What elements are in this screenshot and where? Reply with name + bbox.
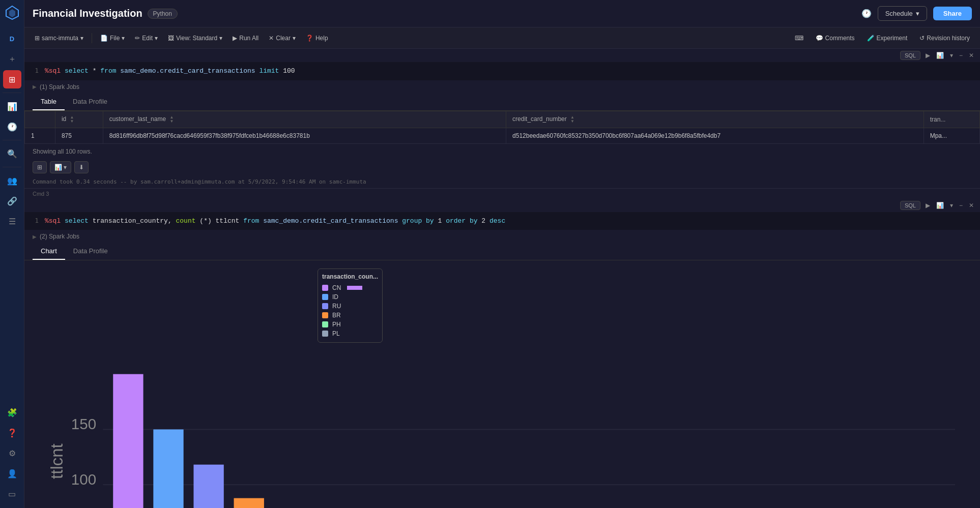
sidebar-item-puzzle[interactable]: 🧩 (3, 403, 21, 422)
edit-icon: ✏ (135, 35, 140, 42)
bar-BR (234, 498, 264, 508)
cell-1-showing-rows: Showing all 100 rows. (24, 144, 980, 159)
toolbar-comments[interactable]: 💬 Comments (812, 33, 859, 44)
spark-jobs-2-label: (2) Spark Jobs (40, 233, 79, 240)
cell-1-cmd-info: Command took 0.34 seconds -- by sam.carr… (24, 175, 980, 188)
sidebar-item-grid[interactable]: ⊞ (3, 70, 21, 88)
sidebar-item-network[interactable]: 🔗 (3, 192, 21, 210)
sidebar-item-settings[interactable]: ⚙ (3, 444, 21, 462)
toolbar-file[interactable]: 📄 File ▾ (96, 33, 129, 44)
toolbar-clear[interactable]: ✕ Clear ▾ (265, 33, 300, 44)
legend-color-cn (322, 285, 328, 291)
tab-cell1-table[interactable]: Table (33, 94, 65, 110)
tab-cell2-chart[interactable]: Chart (33, 243, 65, 260)
toolbar-right-actions: ⌨ 💬 Comments 🧪 Experiment ↺ Revision his… (791, 33, 974, 44)
sidebar-item-search[interactable]: 🔍 (3, 144, 21, 163)
chart-legend-popup: transaction_coun... CN ID RU (318, 268, 383, 343)
code-select: select (65, 67, 89, 75)
sidebar-item-list[interactable]: ☰ (3, 212, 21, 230)
toolbar-revision-history[interactable]: ↺ Revision history (915, 33, 974, 44)
clear-chevron-icon: ▾ (293, 35, 296, 42)
cell-2-close-btn[interactable]: ✕ (967, 201, 976, 210)
toolbar-workspace[interactable]: ⊞ samc-immuta ▾ (31, 33, 88, 44)
tab-cell1-data-profile[interactable]: Data Profile (65, 94, 116, 110)
cell-1-chart-btn[interactable]: 📊 (934, 51, 946, 60)
legend-label-br: BR (332, 312, 341, 319)
sidebar-item-user[interactable]: 👤 (3, 464, 21, 483)
share-button[interactable]: Share (933, 7, 972, 20)
table-row: 1 875 8d816ff96db8f75d98f76cacd646959f37… (25, 128, 980, 143)
cell-1-code[interactable]: %sql select * from samc_demo.credit_card… (45, 66, 980, 76)
toolbar-run-all[interactable]: ▶ Run All (228, 33, 263, 44)
col-header-credit-card-number[interactable]: credit_card_number ▲▼ (506, 111, 924, 128)
cell-2-header: SQL ▶ 📊 ▾ − ✕ (24, 199, 980, 212)
toolbar-view[interactable]: 🖼 View: Standard ▾ (164, 33, 226, 44)
legend-item-ph: PH (322, 320, 378, 329)
cell-2-chart-btn[interactable]: 📊 (934, 201, 946, 210)
cell-credit-card-number: d512beedae60760fc85327b350d700bc6f807aa6… (506, 128, 924, 143)
bar-RU (193, 465, 223, 508)
col-header-id[interactable]: id ▲▼ (55, 111, 103, 128)
code2-desc: desc (489, 217, 505, 225)
sidebar-item-panel[interactable]: ▭ (3, 485, 21, 503)
share-label: Share (943, 10, 962, 17)
cell-1-run-btn[interactable]: ▶ (924, 51, 932, 60)
sidebar-item-users[interactable]: 👥 (3, 171, 21, 190)
sidebar-item-help[interactable]: ❓ (3, 424, 21, 442)
legend-label-ph: PH (332, 321, 341, 328)
y-axis-label: ttlcnt (47, 443, 66, 479)
sidebar-item-clock[interactable]: 🕐 (3, 117, 21, 136)
legend-label-pl: PL (332, 330, 340, 337)
cell-2-chevron-down-btn[interactable]: ▾ (948, 201, 955, 210)
code-table: samc_demo.credit_card_transactions (120, 67, 255, 75)
code2-order: order by (446, 217, 477, 225)
table-chart-btn[interactable]: 📊 ▾ (50, 161, 71, 173)
sidebar-item-add[interactable]: ＋ (3, 50, 21, 68)
toolbar-keyboard[interactable]: ⌨ (791, 33, 808, 44)
tab-cell2-data-profile[interactable]: Data Profile (65, 243, 116, 260)
table-header-row: id ▲▼ customer_last_name ▲▼ credit_card_… (25, 111, 980, 128)
cell-1-minimize-btn[interactable]: − (957, 51, 965, 60)
toolbar-experiment[interactable]: 🧪 Experiment (863, 33, 912, 44)
sidebar-item-db[interactable]: D (3, 29, 21, 48)
edit-chevron-icon: ▾ (155, 35, 158, 42)
legend-color-ru (322, 303, 328, 309)
file-label: File (110, 35, 120, 42)
app-logo[interactable] (4, 4, 20, 20)
legend-label-ru: RU (332, 303, 341, 310)
spark-jobs-1-label: (1) Spark Jobs (40, 83, 79, 91)
help-icon: ❓ (306, 35, 313, 42)
cell-2-code[interactable]: %sql select transaction_country, count (… (45, 216, 980, 226)
cell-1-tabs: Table Data Profile (24, 94, 980, 111)
col-header-row-num (25, 111, 55, 128)
spark-jobs-1-chevron-icon: ▶ (33, 84, 37, 89)
legend-item-ru: RU (322, 302, 378, 311)
code2-from: from (243, 217, 259, 225)
workspace-chevron-icon: ▾ (80, 35, 83, 42)
cell-2-spark-jobs[interactable]: ▶ (2) Spark Jobs (24, 230, 980, 243)
legend-bar-cn (347, 286, 362, 290)
cell-2: Cmd 3 SQL ▶ 📊 ▾ − ✕ 1 %sql select transa… (24, 189, 980, 509)
ccn-sort-icon: ▲▼ (570, 115, 574, 124)
schedule-button[interactable]: Schedule ▾ (878, 6, 927, 21)
cell-2-minimize-btn[interactable]: − (957, 201, 965, 210)
toolbar-edit[interactable]: ✏ Edit ▾ (131, 33, 162, 44)
cell-1-close-btn[interactable]: ✕ (967, 51, 976, 60)
col-header-tran[interactable]: tran... (924, 111, 979, 128)
cell-2-run-btn[interactable]: ▶ (924, 201, 932, 210)
clock-icon[interactable]: 🕐 (861, 9, 872, 18)
file-icon: 📄 (100, 35, 108, 42)
cell-1-spark-jobs[interactable]: ▶ (1) Spark Jobs (24, 80, 980, 94)
table-download-btn[interactable]: ⬇ (74, 161, 89, 173)
col-header-customer-last-name[interactable]: customer_last_name ▲▼ (103, 111, 506, 128)
legend-title: transaction_coun... (322, 273, 378, 280)
toolbar-help[interactable]: ❓ Help (302, 33, 332, 44)
code2-paren: (*) (199, 217, 211, 225)
sidebar-item-chart[interactable]: 📊 (3, 97, 21, 115)
language-badge: Python (148, 9, 178, 19)
sidebar-divider-1 (3, 93, 22, 93)
cell-1-chevron-down-btn[interactable]: ▾ (948, 51, 955, 60)
table-grid-view-btn[interactable]: ⊞ (33, 161, 47, 173)
bar-ID (153, 429, 183, 508)
cell-1: SQL ▶ 📊 ▾ − ✕ 1 %sql select * from samc_… (24, 49, 980, 189)
